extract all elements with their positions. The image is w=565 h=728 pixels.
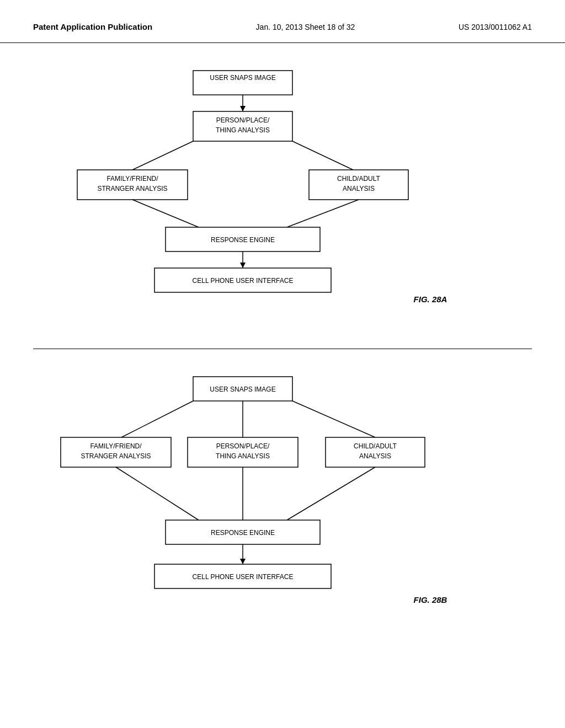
svg-marker-20 [240,263,246,268]
svg-text:PERSON/PLACE/: PERSON/PLACE/ [216,116,270,124]
svg-line-40 [287,467,375,520]
svg-line-16 [287,200,359,227]
fig28b-section: USER SNAPS IMAGE FAMILY/FRIEND/ STRANGER… [33,366,532,644]
svg-text:FAMILY/FRIEND/: FAMILY/FRIEND/ [106,175,158,183]
svg-marker-3 [240,106,246,111]
svg-text:USER SNAPS IMAGE: USER SNAPS IMAGE [210,74,275,82]
svg-text:CELL PHONE USER INTERFACE: CELL PHONE USER INTERFACE [193,573,294,581]
svg-line-15 [132,200,199,227]
svg-text:FIG. 28A: FIG. 28A [414,295,447,304]
svg-line-26 [121,401,193,437]
svg-text:CHILD/ADULT: CHILD/ADULT [337,175,380,183]
section-divider [33,349,532,349]
fig28a-svg: USER SNAPS IMAGE PERSON/PLACE/ THING ANA… [33,60,508,324]
svg-text:THING ANALYSIS: THING ANALYSIS [216,452,270,460]
page-header: Patent Application Publication Jan. 10, … [0,0,565,43]
svg-text:RESPONSE ENGINE: RESPONSE ENGINE [211,236,275,244]
fig28b-diagram: USER SNAPS IMAGE FAMILY/FRIEND/ STRANGER… [33,366,532,644]
svg-text:RESPONSE ENGINE: RESPONSE ENGINE [211,529,275,537]
header-date-sheet: Jan. 10, 2013 Sheet 18 of 32 [256,23,355,31]
svg-text:ANALYSIS: ANALYSIS [343,185,375,192]
svg-text:ANALYSIS: ANALYSIS [359,452,391,460]
fig28b-svg: USER SNAPS IMAGE FAMILY/FRIEND/ STRANGER… [33,366,508,641]
fig28a-section: USER SNAPS IMAGE PERSON/PLACE/ THING ANA… [33,60,532,326]
svg-text:CHILD/ADULT: CHILD/ADULT [354,442,397,450]
svg-text:THING ANALYSIS: THING ANALYSIS [216,126,270,134]
svg-text:FAMILY/FRIEND/: FAMILY/FRIEND/ [90,442,142,450]
svg-line-28 [292,401,375,437]
header-patent-number: US 2013/0011062 A1 [459,23,532,31]
svg-text:PERSON/PLACE/: PERSON/PLACE/ [216,442,270,450]
page: Patent Application Publication Jan. 10, … [0,0,565,728]
header-publication-label: Patent Application Publication [33,22,152,31]
svg-text:STRANGER ANALYSIS: STRANGER ANALYSIS [81,452,151,460]
svg-line-38 [116,467,199,520]
svg-text:FIG. 28B: FIG. 28B [414,595,447,604]
svg-text:STRANGER ANALYSIS: STRANGER ANALYSIS [97,185,167,192]
svg-marker-44 [240,559,246,564]
svg-text:CELL PHONE USER INTERFACE: CELL PHONE USER INTERFACE [193,277,294,285]
svg-text:USER SNAPS IMAGE: USER SNAPS IMAGE [210,386,275,393]
fig28a-diagram: USER SNAPS IMAGE PERSON/PLACE/ THING ANA… [33,60,532,326]
svg-line-7 [132,141,193,170]
main-content: USER SNAPS IMAGE PERSON/PLACE/ THING ANA… [0,43,565,682]
svg-line-8 [292,141,353,170]
